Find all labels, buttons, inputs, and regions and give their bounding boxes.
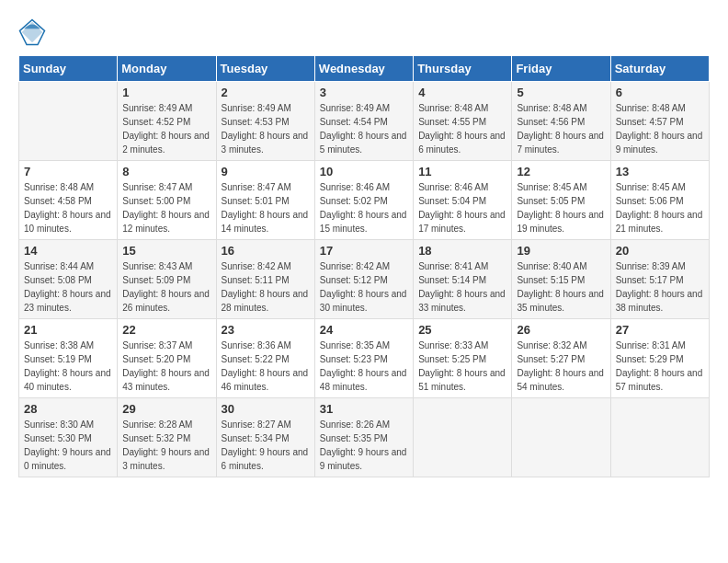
calendar-week-row: 28Sunrise: 8:30 AMSunset: 5:30 PMDayligh…: [19, 398, 710, 477]
day-number: 4: [418, 86, 506, 99]
calendar-cell: 17Sunrise: 8:42 AMSunset: 5:12 PMDayligh…: [314, 240, 413, 319]
day-detail: Sunrise: 8:32 AMSunset: 5:27 PMDaylight:…: [517, 339, 605, 394]
day-number: 31: [320, 402, 408, 416]
day-detail: Sunrise: 8:41 AMSunset: 5:14 PMDaylight:…: [418, 259, 506, 315]
calendar-cell: 23Sunrise: 8:36 AMSunset: 5:22 PMDayligh…: [216, 319, 314, 398]
calendar-cell: 29Sunrise: 8:28 AMSunset: 5:32 PMDayligh…: [118, 398, 216, 477]
day-number: 11: [418, 165, 506, 178]
day-number: 16: [222, 244, 310, 258]
calendar-header-monday: Monday: [118, 56, 216, 82]
logo-icon: [18, 18, 46, 46]
day-detail: Sunrise: 8:30 AMSunset: 5:30 PMDaylight:…: [24, 418, 112, 473]
calendar-cell: 9Sunrise: 8:47 AMSunset: 5:01 PMDaylight…: [216, 161, 314, 240]
calendar-cell: 6Sunrise: 8:48 AMSunset: 4:57 PMDaylight…: [610, 82, 709, 161]
calendar-cell: 12Sunrise: 8:45 AMSunset: 5:05 PMDayligh…: [512, 161, 610, 240]
day-number: 13: [616, 165, 704, 178]
day-detail: Sunrise: 8:42 AMSunset: 5:12 PMDaylight:…: [320, 259, 408, 315]
day-detail: Sunrise: 8:40 AMSunset: 5:15 PMDaylight:…: [517, 259, 605, 315]
day-number: 21: [24, 323, 112, 337]
calendar-header-friday: Friday: [512, 56, 610, 82]
calendar-header-row: SundayMondayTuesdayWednesdayThursdayFrid…: [19, 56, 710, 82]
header: [18, 18, 710, 46]
day-number: 8: [122, 165, 210, 178]
day-number: 26: [517, 323, 605, 337]
day-detail: Sunrise: 8:39 AMSunset: 5:17 PMDaylight:…: [616, 259, 704, 315]
calendar-cell: 1Sunrise: 8:49 AMSunset: 4:52 PMDaylight…: [118, 82, 216, 161]
calendar-cell: 20Sunrise: 8:39 AMSunset: 5:17 PMDayligh…: [610, 240, 709, 319]
day-number: 19: [517, 244, 605, 258]
day-detail: Sunrise: 8:49 AMSunset: 4:53 PMDaylight:…: [222, 101, 310, 156]
calendar-header-sunday: Sunday: [19, 56, 118, 82]
calendar-cell: 27Sunrise: 8:31 AMSunset: 5:29 PMDayligh…: [610, 319, 709, 398]
day-detail: Sunrise: 8:28 AMSunset: 5:32 PMDaylight:…: [122, 418, 210, 473]
day-detail: Sunrise: 8:46 AMSunset: 5:02 PMDaylight:…: [320, 180, 408, 236]
calendar-cell: [512, 398, 610, 477]
day-number: 24: [320, 323, 408, 337]
day-detail: Sunrise: 8:48 AMSunset: 4:56 PMDaylight:…: [517, 101, 605, 156]
calendar-cell: 30Sunrise: 8:27 AMSunset: 5:34 PMDayligh…: [216, 398, 314, 477]
day-number: 29: [122, 402, 210, 416]
day-number: 25: [418, 323, 506, 337]
day-number: 17: [320, 244, 408, 258]
calendar-cell: 10Sunrise: 8:46 AMSunset: 5:02 PMDayligh…: [314, 161, 413, 240]
day-number: 27: [616, 323, 704, 337]
day-detail: Sunrise: 8:46 AMSunset: 5:04 PMDaylight:…: [418, 180, 506, 236]
calendar-cell: 11Sunrise: 8:46 AMSunset: 5:04 PMDayligh…: [414, 161, 512, 240]
day-detail: Sunrise: 8:35 AMSunset: 5:23 PMDaylight:…: [320, 339, 408, 394]
calendar-cell: 18Sunrise: 8:41 AMSunset: 5:14 PMDayligh…: [414, 240, 512, 319]
day-number: 14: [24, 244, 112, 258]
day-detail: Sunrise: 8:45 AMSunset: 5:06 PMDaylight:…: [616, 180, 704, 236]
day-number: 30: [222, 402, 310, 416]
calendar-cell: 28Sunrise: 8:30 AMSunset: 5:30 PMDayligh…: [19, 398, 118, 477]
calendar-cell: [19, 82, 118, 161]
calendar-week-row: 14Sunrise: 8:44 AMSunset: 5:08 PMDayligh…: [19, 240, 710, 319]
day-detail: Sunrise: 8:47 AMSunset: 5:00 PMDaylight:…: [122, 180, 210, 236]
calendar-header-thursday: Thursday: [414, 56, 512, 82]
calendar-cell: 15Sunrise: 8:43 AMSunset: 5:09 PMDayligh…: [118, 240, 216, 319]
calendar-cell: 21Sunrise: 8:38 AMSunset: 5:19 PMDayligh…: [19, 319, 118, 398]
day-number: 10: [320, 165, 408, 178]
day-detail: Sunrise: 8:26 AMSunset: 5:35 PMDaylight:…: [320, 418, 408, 473]
day-detail: Sunrise: 8:33 AMSunset: 5:25 PMDaylight:…: [418, 339, 506, 394]
day-detail: Sunrise: 8:48 AMSunset: 4:58 PMDaylight:…: [24, 180, 112, 236]
day-number: 22: [122, 323, 210, 337]
calendar-cell: 14Sunrise: 8:44 AMSunset: 5:08 PMDayligh…: [19, 240, 118, 319]
calendar-cell: 4Sunrise: 8:48 AMSunset: 4:55 PMDaylight…: [414, 82, 512, 161]
day-detail: Sunrise: 8:27 AMSunset: 5:34 PMDaylight:…: [222, 418, 310, 473]
calendar-cell: [414, 398, 512, 477]
day-number: 9: [222, 165, 310, 178]
day-detail: Sunrise: 8:48 AMSunset: 4:55 PMDaylight:…: [418, 101, 506, 156]
day-number: 3: [320, 86, 408, 99]
day-detail: Sunrise: 8:49 AMSunset: 4:52 PMDaylight:…: [122, 101, 210, 156]
calendar-cell: 31Sunrise: 8:26 AMSunset: 5:35 PMDayligh…: [314, 398, 413, 477]
calendar-cell: 16Sunrise: 8:42 AMSunset: 5:11 PMDayligh…: [216, 240, 314, 319]
day-detail: Sunrise: 8:42 AMSunset: 5:11 PMDaylight:…: [222, 259, 310, 315]
day-detail: Sunrise: 8:45 AMSunset: 5:05 PMDaylight:…: [517, 180, 605, 236]
day-number: 5: [517, 86, 605, 99]
day-number: 18: [418, 244, 506, 258]
calendar-cell: 22Sunrise: 8:37 AMSunset: 5:20 PMDayligh…: [118, 319, 216, 398]
day-detail: Sunrise: 8:36 AMSunset: 5:22 PMDaylight:…: [222, 339, 310, 394]
calendar-cell: 8Sunrise: 8:47 AMSunset: 5:00 PMDaylight…: [118, 161, 216, 240]
calendar-cell: 7Sunrise: 8:48 AMSunset: 4:58 PMDaylight…: [19, 161, 118, 240]
day-number: 7: [24, 165, 112, 178]
day-number: 2: [222, 86, 310, 99]
calendar-cell: 13Sunrise: 8:45 AMSunset: 5:06 PMDayligh…: [610, 161, 709, 240]
day-detail: Sunrise: 8:48 AMSunset: 4:57 PMDaylight:…: [616, 101, 704, 156]
day-number: 28: [24, 402, 112, 416]
day-detail: Sunrise: 8:38 AMSunset: 5:19 PMDaylight:…: [24, 339, 112, 394]
calendar-table: SundayMondayTuesdayWednesdayThursdayFrid…: [18, 55, 710, 477]
calendar-cell: 24Sunrise: 8:35 AMSunset: 5:23 PMDayligh…: [314, 319, 413, 398]
calendar-week-row: 1Sunrise: 8:49 AMSunset: 4:52 PMDaylight…: [19, 82, 710, 161]
day-detail: Sunrise: 8:43 AMSunset: 5:09 PMDaylight:…: [122, 259, 210, 315]
calendar-cell: [610, 398, 709, 477]
calendar-cell: 2Sunrise: 8:49 AMSunset: 4:53 PMDaylight…: [216, 82, 314, 161]
calendar-header-wednesday: Wednesday: [314, 56, 413, 82]
day-detail: Sunrise: 8:37 AMSunset: 5:20 PMDaylight:…: [122, 339, 210, 394]
day-detail: Sunrise: 8:31 AMSunset: 5:29 PMDaylight:…: [616, 339, 704, 394]
day-number: 1: [122, 86, 210, 99]
calendar-cell: 25Sunrise: 8:33 AMSunset: 5:25 PMDayligh…: [414, 319, 512, 398]
calendar-header-tuesday: Tuesday: [216, 56, 314, 82]
day-number: 20: [616, 244, 704, 258]
logo: [18, 18, 50, 46]
